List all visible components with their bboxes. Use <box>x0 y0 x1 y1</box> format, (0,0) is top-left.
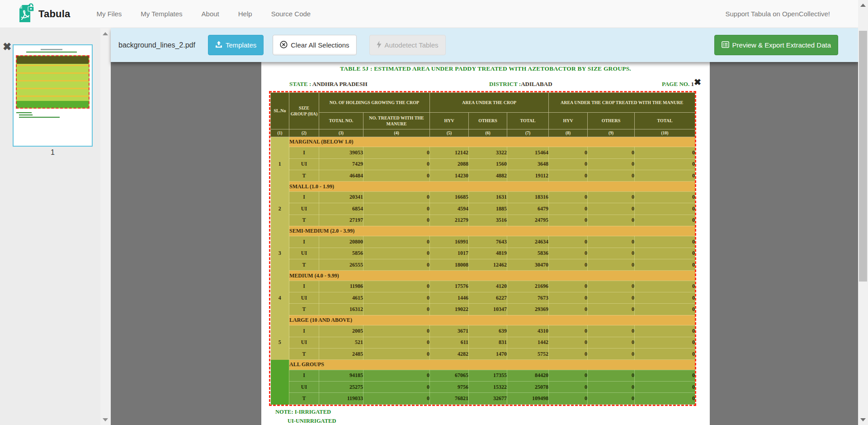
mini-note-line <box>16 112 32 113</box>
scroll-up-icon[interactable] <box>860 4 866 7</box>
state-field: STATE : ANDHRA PRADESH <box>289 81 368 88</box>
nav-my-files[interactable]: My Files <box>96 10 122 18</box>
remove-page-button[interactable]: ✖ <box>3 42 11 52</box>
scroll-up-icon[interactable] <box>103 32 108 35</box>
scrollbar-thumb[interactable] <box>859 31 867 282</box>
support-link[interactable]: Support Tabula on OpenCollective! <box>725 10 830 18</box>
mini-subtitle-line <box>26 52 77 53</box>
note-line: NOTE: I-IRRIGATED <box>275 407 336 416</box>
templates-button-label: Templates <box>226 41 256 49</box>
nav-my-templates[interactable]: My Templates <box>141 10 182 18</box>
document-notes: NOTE: I-IRRIGATED UI-UNIRRIGATED <box>275 407 336 425</box>
district-field: DISTRICT :ADILABAD <box>489 81 552 88</box>
pdf-viewer: TABLE 5J : ESTIMATED AREA UNDER PADDY TR… <box>111 62 858 425</box>
brand[interactable]: Tabula <box>17 3 70 25</box>
upload-icon <box>215 41 222 49</box>
clear-button-label: Clear All Selections <box>291 41 349 49</box>
preview-export-button[interactable]: Preview & Export Extracted Data <box>714 35 838 55</box>
mini-title-line <box>41 49 62 50</box>
toolbar: background_lines_2.pdf Templates Clear A… <box>111 28 858 62</box>
brand-title: Tabula <box>38 8 70 20</box>
circle-x-icon <box>280 41 288 50</box>
nav-help[interactable]: Help <box>238 10 252 18</box>
lightning-icon <box>377 41 382 50</box>
page-thumbnail[interactable] <box>13 44 93 147</box>
page-number-label: 1 <box>13 148 93 157</box>
clear-all-selections-button[interactable]: Clear All Selections <box>273 35 356 55</box>
tabula-logo-icon <box>17 3 34 25</box>
list-alt-icon <box>722 41 729 50</box>
mini-note-line <box>19 115 33 115</box>
scroll-down-icon[interactable] <box>103 418 108 421</box>
pdf-page[interactable]: TABLE 5J : ESTIMATED AREA UNDER PADDY TR… <box>261 62 710 425</box>
templates-button[interactable]: Templates <box>208 35 264 55</box>
nav-about[interactable]: About <box>202 10 219 18</box>
autodetect-tables-button: Autodetect Tables <box>369 35 446 55</box>
mini-note-line <box>19 117 60 118</box>
selection-close-button[interactable]: ✖ <box>694 78 701 86</box>
note-line: UI-UNIRRIGATED <box>288 416 336 425</box>
scroll-down-icon[interactable] <box>860 418 866 421</box>
top-navbar: Tabula My Files My Templates About Help … <box>0 0 858 28</box>
page-no-field: PAGE NO. 1 <box>662 81 694 88</box>
export-button-label: Preview & Export Extracted Data <box>732 41 831 49</box>
selection-box[interactable] <box>269 91 696 406</box>
nav-links: My Files My Templates About Help Source … <box>96 10 311 18</box>
document-title: TABLE 5J : ESTIMATED AREA UNDER PADDY TR… <box>261 65 710 72</box>
nav-source-code[interactable]: Source Code <box>271 10 311 18</box>
filename-label: background_lines_2.pdf <box>118 41 195 49</box>
sidebar-scrollbar[interactable] <box>100 28 111 425</box>
pages-sidebar: ✖ 1 <box>0 28 111 425</box>
mini-table <box>16 55 90 109</box>
window-scrollbar[interactable] <box>858 0 868 425</box>
autodetect-button-label: Autodetect Tables <box>385 41 439 49</box>
